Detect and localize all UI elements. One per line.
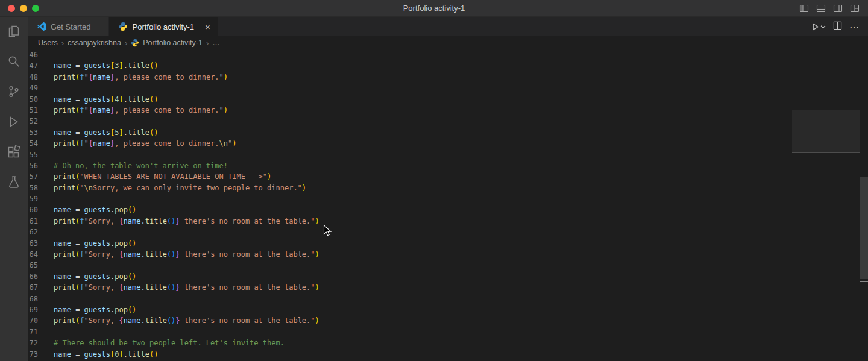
- breadcrumb-item-users[interactable]: Users: [38, 39, 58, 47]
- tab-get-started[interactable]: Get Started: [28, 17, 109, 36]
- scrollbar-thumb[interactable]: [860, 177, 868, 279]
- line-number[interactable]: 57: [28, 171, 54, 182]
- line-number[interactable]: 58: [28, 183, 54, 193]
- line-number[interactable]: 47: [28, 60, 54, 71]
- layout-controls: [799, 4, 868, 13]
- title-bar: Portfolio activity-1: [0, 0, 868, 17]
- code-line[interactable]: 58print("\nSorry, we can only invite two…: [28, 183, 790, 193]
- line-number[interactable]: 50: [28, 94, 54, 105]
- run-and-debug-icon[interactable]: [6, 114, 22, 130]
- code-line[interactable]: 68: [28, 294, 790, 304]
- breadcrumb-item-file[interactable]: Portfolio activity-1: [143, 39, 203, 47]
- line-number[interactable]: 60: [28, 204, 54, 215]
- code-line[interactable]: 71: [28, 327, 790, 337]
- code-line[interactable]: 53name = guests[5].title(): [28, 127, 790, 138]
- code-line[interactable]: 67print(f"Sorry, {name.title()} there's …: [28, 282, 790, 293]
- code-text: print(f"Sorry, {name.title()} there's no…: [54, 216, 319, 227]
- code-line[interactable]: 62: [28, 227, 790, 237]
- editor[interactable]: 4647name = guests[3].title()48print(f"{n…: [28, 49, 868, 361]
- code-line[interactable]: 51print(f"{name}, please come to dinner.…: [28, 105, 790, 116]
- line-number[interactable]: 49: [28, 83, 54, 93]
- code-line[interactable]: 66name = guests.pop(): [28, 271, 790, 282]
- search-icon[interactable]: [6, 54, 22, 69]
- toggle-secondary-sidebar-icon[interactable]: [833, 4, 843, 13]
- line-number[interactable]: 48: [28, 72, 54, 83]
- breadcrumb: Users › cssanjaykrishna › Portfolio acti…: [28, 36, 868, 49]
- code-line[interactable]: 61print(f"Sorry, {name.title()} there's …: [28, 216, 790, 227]
- code-line[interactable]: 69name = guests.pop(): [28, 304, 790, 315]
- tab-close-icon[interactable]: ×: [203, 22, 212, 32]
- line-number[interactable]: 65: [28, 260, 54, 271]
- vscode-window: Portfolio activity-1: [0, 0, 868, 361]
- line-number[interactable]: 63: [28, 238, 54, 249]
- explorer-icon[interactable]: [6, 24, 22, 39]
- line-number[interactable]: 51: [28, 105, 54, 116]
- line-number[interactable]: 53: [28, 127, 54, 138]
- code-line[interactable]: 72# There should be two people left. Let…: [28, 337, 790, 348]
- minimize-button[interactable]: [20, 5, 27, 12]
- code-line[interactable]: 55: [28, 149, 790, 160]
- code-line[interactable]: 46: [28, 49, 790, 60]
- code-text: print(f"{name}, please come to dinner."): [54, 105, 228, 116]
- line-number[interactable]: 68: [28, 294, 54, 304]
- line-number[interactable]: 54: [28, 138, 54, 149]
- code-line[interactable]: 57print("WHEN TABLES ARE NOT AVAILABLE O…: [28, 171, 790, 182]
- code-line[interactable]: 60name = guests.pop(): [28, 204, 790, 215]
- customize-layout-icon[interactable]: [850, 4, 860, 13]
- source-control-icon[interactable]: [6, 84, 22, 99]
- vertical-scrollbar[interactable]: [860, 49, 868, 361]
- line-number[interactable]: 70: [28, 315, 54, 326]
- line-number[interactable]: 69: [28, 304, 54, 315]
- code-line[interactable]: 47name = guests[3].title(): [28, 60, 790, 71]
- code-line[interactable]: 64print(f"Sorry, {name.title()} there's …: [28, 249, 790, 260]
- code-line[interactable]: 70print(f"Sorry, {name.title()} there's …: [28, 315, 790, 326]
- code-line[interactable]: 54print(f"{name}, please come to dinner.…: [28, 138, 790, 149]
- extensions-icon[interactable]: [6, 144, 22, 160]
- code-content[interactable]: 4647name = guests[3].title()48print(f"{n…: [28, 49, 790, 361]
- line-number[interactable]: 67: [28, 282, 54, 293]
- line-number[interactable]: 71: [28, 327, 54, 337]
- line-number[interactable]: 64: [28, 249, 54, 260]
- tab-label: Portfolio activity-1: [132, 22, 194, 31]
- line-number[interactable]: 72: [28, 337, 54, 348]
- split-editor-button[interactable]: [833, 21, 842, 33]
- more-actions-button[interactable]: ⋯: [849, 21, 860, 33]
- breadcrumb-separator: ›: [206, 39, 209, 48]
- code-text: print(f"Sorry, {name.title()} there's no…: [54, 315, 319, 326]
- editor-actions: ⋯: [811, 17, 868, 36]
- line-number[interactable]: 61: [28, 216, 54, 227]
- code-line[interactable]: 52: [28, 116, 790, 127]
- code-line[interactable]: 65: [28, 260, 790, 271]
- code-line[interactable]: 49: [28, 83, 790, 93]
- code-text: # There should be two people left. Let's…: [54, 337, 285, 348]
- breadcrumb-item-more[interactable]: …: [212, 39, 220, 47]
- close-button[interactable]: [8, 5, 15, 12]
- breadcrumb-item-user[interactable]: cssanjaykrishna: [68, 39, 121, 47]
- tab-portfolio-activity-1[interactable]: Portfolio activity-1 ×: [109, 17, 218, 36]
- testing-icon[interactable]: [6, 174, 22, 190]
- code-line[interactable]: 59: [28, 193, 790, 204]
- toggle-panel-icon[interactable]: [816, 4, 826, 13]
- traffic-lights: [0, 5, 39, 12]
- run-python-file-button[interactable]: [811, 22, 826, 31]
- line-number[interactable]: 59: [28, 193, 54, 204]
- line-number[interactable]: 55: [28, 149, 54, 160]
- line-number[interactable]: 56: [28, 160, 54, 171]
- line-number[interactable]: 73: [28, 349, 54, 360]
- minimap[interactable]: [792, 51, 860, 153]
- overview-ruler-mark: [860, 281, 868, 282]
- code-text: print(f"{name}, please come to dinner.\n…: [54, 138, 237, 149]
- line-number[interactable]: 66: [28, 271, 54, 282]
- code-line[interactable]: 50name = guests[4].title(): [28, 94, 790, 105]
- code-text: name = guests.pop(): [54, 204, 136, 215]
- line-number[interactable]: 62: [28, 227, 54, 237]
- line-number[interactable]: 52: [28, 116, 54, 127]
- code-line[interactable]: 63name = guests.pop(): [28, 238, 790, 249]
- code-line[interactable]: 56# Oh no, the table won't arrive on tim…: [28, 160, 790, 171]
- python-file-icon: [131, 39, 139, 47]
- line-number[interactable]: 46: [28, 49, 54, 60]
- code-line[interactable]: 73name = guests[0].title(): [28, 349, 790, 360]
- toggle-primary-sidebar-icon[interactable]: [799, 4, 809, 13]
- zoom-button[interactable]: [32, 5, 39, 12]
- code-line[interactable]: 48print(f"{name}, please come to dinner.…: [28, 72, 790, 83]
